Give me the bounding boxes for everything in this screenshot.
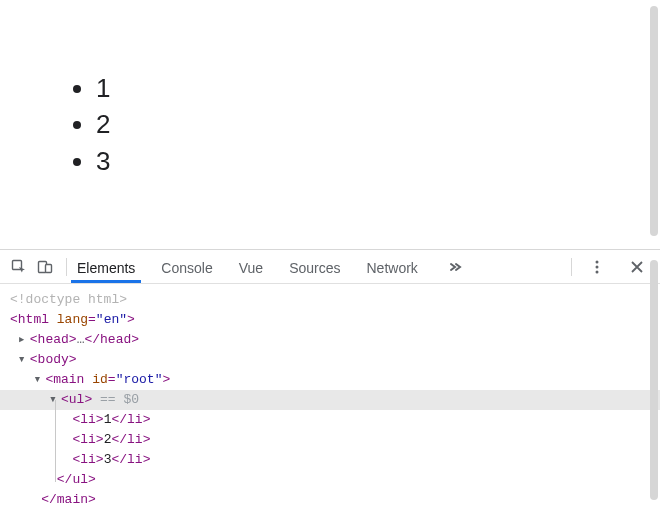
dom-line-doctype[interactable]: <!doctype html> xyxy=(10,290,660,310)
dom-line-li1[interactable]: <li>1</li> xyxy=(10,410,660,430)
toolbar-divider xyxy=(66,258,67,276)
selected-marker: == $0 xyxy=(92,392,139,407)
dom-line-ul-close[interactable]: </ul> xyxy=(10,470,660,490)
more-tabs-icon[interactable] xyxy=(444,256,466,278)
list-item: 3 xyxy=(96,143,646,179)
kebab-icon[interactable] xyxy=(586,256,608,278)
dom-line-head[interactable]: ▸<head>…</head> xyxy=(10,330,660,350)
dom-line-ul-selected[interactable]: ⋯ ▾<ul> == $0 xyxy=(0,390,660,410)
device-toggle-icon[interactable] xyxy=(34,256,56,278)
devtools-tabs: Elements Console Vue Sources Network xyxy=(77,252,418,282)
tab-elements[interactable]: Elements xyxy=(77,252,135,282)
tab-console[interactable]: Console xyxy=(161,252,212,282)
list-item: 1 xyxy=(96,70,646,106)
tree-guide-line xyxy=(55,400,56,482)
rendered-list: 1 2 3 xyxy=(0,0,646,179)
dom-tree[interactable]: <!doctype html> <html lang="en"> ▸<head>… xyxy=(0,284,660,510)
tab-network[interactable]: Network xyxy=(366,252,417,282)
viewport-scrollbar[interactable] xyxy=(650,6,658,236)
devtools-panel: Elements Console Vue Sources Network <!d… xyxy=(0,249,660,510)
svg-point-5 xyxy=(596,270,599,273)
dom-line-li3[interactable]: <li>3</li> xyxy=(10,450,660,470)
svg-rect-2 xyxy=(46,264,52,272)
dom-line-html[interactable]: <html lang="en"> xyxy=(10,310,660,330)
list-item: 2 xyxy=(96,106,646,142)
devtools-scrollbar[interactable] xyxy=(650,260,658,500)
devtools-toolbar: Elements Console Vue Sources Network xyxy=(0,250,660,284)
dom-line-main[interactable]: ▾<main id="root"> xyxy=(10,370,660,390)
tab-sources[interactable]: Sources xyxy=(289,252,340,282)
svg-point-4 xyxy=(596,265,599,268)
svg-point-3 xyxy=(596,260,599,263)
close-icon[interactable] xyxy=(626,256,648,278)
inspect-icon[interactable] xyxy=(8,256,30,278)
dom-line-li2[interactable]: <li>2</li> xyxy=(10,430,660,450)
toolbar-divider xyxy=(571,258,572,276)
page-viewport: 1 2 3 xyxy=(0,0,660,249)
dom-line-body[interactable]: ▾<body> xyxy=(10,350,660,370)
tab-vue[interactable]: Vue xyxy=(239,252,263,282)
dom-line-main-close[interactable]: </main> xyxy=(10,490,660,510)
